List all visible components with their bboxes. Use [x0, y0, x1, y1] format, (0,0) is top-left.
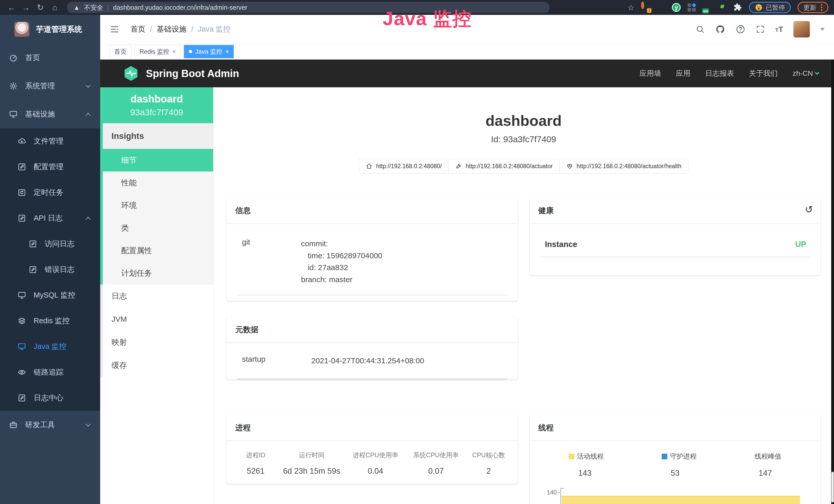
user-avatar[interactable] — [793, 21, 810, 38]
browser-reload-icon[interactable]: ↻ — [35, 3, 46, 12]
sidebar-item-infra[interactable]: 基础设施 — [0, 100, 100, 129]
sidebar-item-system[interactable]: 系统管理 — [0, 72, 100, 100]
live-threads-value: 143 — [559, 468, 611, 478]
horizontal-scrollbar[interactable] — [237, 378, 507, 380]
sba-item-config-props[interactable]: 配置属性 — [103, 239, 213, 262]
sidebar-item-log-center[interactable]: 日志中心 — [0, 385, 100, 411]
sba-brand[interactable]: Spring Boot Admin — [123, 65, 239, 82]
sba-nav-wallboard[interactable]: 应用墙 — [640, 69, 661, 78]
log-doc-icon — [17, 214, 26, 223]
gear-icon — [9, 82, 18, 90]
instance-home-link[interactable]: http://192.168.0.2:48080/ — [359, 159, 449, 174]
sidebar-item-file-management[interactable]: 文件管理 — [0, 129, 100, 154]
font-size-icon[interactable]: TT — [775, 25, 783, 33]
browser-back-icon[interactable]: ← — [6, 3, 18, 12]
sidebar-item-java-monitor[interactable]: Java 监控 — [0, 334, 100, 360]
scrollbar-thumb[interactable] — [831, 472, 834, 502]
tab-java-monitor[interactable]: Java 监控 × — [184, 45, 234, 58]
sba-item-mappings[interactable]: 映射 — [103, 331, 213, 354]
info-git-row: git commit: time: 1596289704000 id: 27aa… — [226, 223, 518, 285]
history-icon[interactable]: ↺ — [805, 204, 813, 215]
app-logo-row[interactable]: 芋道管理系统 — [0, 15, 100, 44]
sidebar-item-dev-tools[interactable]: 研发工具 — [0, 411, 100, 439]
sba-title: Spring Boot Admin — [146, 68, 239, 79]
sidebar-item-api-logs[interactable]: API 日志 — [0, 205, 100, 231]
github-icon[interactable] — [715, 24, 725, 35]
infra-submenu: 文件管理 配置管理 定时任务 API 日志 访问日志 — [0, 129, 100, 411]
sidebar-item-redis-monitor[interactable]: Redis 监控 — [0, 308, 100, 334]
address-bar[interactable]: ▲ 不安全 | dashboard.yudao.iocoder.cn/infra… — [67, 2, 550, 13]
threads-chart-plot — [561, 488, 800, 504]
info-value: commit: time: 1596289704000 id: 27aa832 … — [301, 238, 382, 285]
insights-group-title: Insights — [103, 123, 213, 149]
cloud-upload-icon — [17, 137, 26, 145]
extensions-puzzle-icon[interactable] — [733, 3, 742, 12]
sidebar-item-error-logs[interactable]: 错误日志 — [0, 257, 100, 282]
close-icon[interactable]: × — [172, 48, 176, 55]
process-value: 2 — [466, 466, 511, 476]
search-icon[interactable] — [696, 25, 705, 34]
breadcrumb-infra[interactable]: 基础设施 — [157, 24, 186, 35]
update-label: 更新 — [804, 3, 816, 12]
sidebar-item-tracing[interactable]: 链路追踪 — [0, 360, 100, 385]
sba-item-jvm[interactable]: JVM — [103, 307, 213, 331]
tab-home[interactable]: 首页 — [109, 45, 132, 58]
locale-select[interactable]: zh-CN — [793, 69, 818, 77]
sba-item-scheduled[interactable]: 计划任务 — [103, 262, 213, 284]
chevron-down-icon — [815, 71, 819, 75]
navbar-actions: TT — [696, 21, 825, 38]
address-url: dashboard.yudao.iocoder.cn/infra/admin-s… — [113, 4, 247, 11]
sba-nav-journal[interactable]: 日志报表 — [705, 69, 734, 78]
process-value: 6d 23h 15m 59s — [278, 466, 345, 476]
extension-icon-colorpicker[interactable]: 1 — [641, 3, 650, 12]
sba-nav-applications[interactable]: 应用 — [676, 69, 690, 78]
extension-icon-switch-on[interactable]: on — [703, 3, 711, 12]
breadcrumb-home[interactable]: 首页 — [130, 24, 146, 35]
sidebar-item-access-logs[interactable]: 访问日志 — [0, 231, 100, 257]
close-icon[interactable]: × — [225, 48, 229, 55]
bookmark-star-icon[interactable]: ☆ — [628, 3, 634, 12]
browser-home-icon[interactable]: ⌂ — [49, 3, 61, 12]
sidebar-item-scheduled-tasks[interactable]: 定时任务 — [0, 180, 100, 205]
help-icon[interactable] — [736, 24, 745, 34]
instance-name: dashboard — [130, 93, 183, 105]
sidebar-item-config-management[interactable]: 配置管理 — [0, 154, 100, 180]
surprised-emoji-icon — [755, 4, 763, 11]
fullscreen-icon[interactable] — [756, 25, 765, 34]
instance-health-link[interactable]: http://192.168.0.2:48080/actuator/health — [559, 159, 688, 174]
page-scrollbar[interactable] — [831, 60, 834, 504]
browser-forward-icon[interactable]: → — [20, 3, 32, 12]
sba-nav-about[interactable]: 关于我们 — [749, 69, 778, 78]
instance-actuator-link[interactable]: http://192.168.0.2:48080/actuator — [448, 159, 560, 174]
daemon-threads-value: 53 — [649, 468, 701, 478]
legend-daemon-threads: 守护进程 — [662, 452, 697, 461]
sba-item-caches[interactable]: 缓存 — [103, 354, 213, 377]
update-button[interactable]: 更新 — [797, 2, 828, 13]
browser-menu-icon[interactable] — [821, 4, 822, 11]
sba-sidebar: dashboard 93a3fc7f7409 Insights 细节 性能 环境… — [100, 87, 213, 504]
divider — [237, 295, 507, 295]
sba-item-classes[interactable]: 类 — [103, 217, 213, 239]
health-card: 健康 ↺ Instance UP — [530, 198, 821, 275]
paused-badge[interactable]: 已暂停 — [749, 2, 791, 13]
chevron-down-icon — [86, 83, 91, 88]
sba-item-environment[interactable]: 环境 — [103, 194, 213, 217]
extension-icon-grid[interactable] — [687, 3, 696, 12]
user-menu-caret-icon[interactable] — [820, 28, 825, 31]
schedule-icon — [17, 188, 26, 197]
browser-toolbar-right: ☆ 1 y on 已暂停 更新 — [628, 2, 828, 13]
annotation-text: Java 监控 — [383, 6, 472, 32]
tab-redis-monitor[interactable]: Redis 监控 × — [135, 45, 181, 58]
sidebar-item-mysql-monitor[interactable]: MySQL 监控 — [0, 282, 100, 308]
hamburger-icon[interactable] — [109, 24, 120, 34]
sba-item-logs[interactable]: 日志 — [103, 284, 213, 307]
extension-icon-green[interactable]: y — [672, 3, 681, 12]
process-header: CPU核心数 — [466, 451, 511, 459]
home-icon — [366, 163, 372, 169]
legend-color-daemon — [662, 454, 667, 459]
extension-icon-pin[interactable] — [657, 3, 665, 12]
sba-item-metrics[interactable]: 性能 — [103, 171, 213, 194]
sidebar-item-home[interactable]: 首页 — [0, 44, 100, 72]
sba-item-details[interactable]: 细节 — [103, 149, 213, 171]
extension-icon-leaf[interactable] — [718, 3, 727, 12]
